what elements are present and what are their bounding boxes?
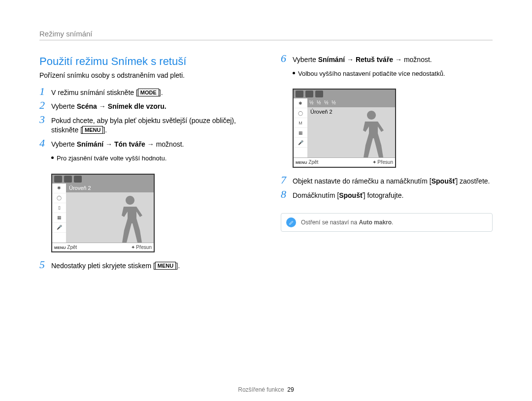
side-icon: ✱: [294, 98, 307, 108]
key-mode: MODE: [138, 89, 159, 96]
text: Vyberte: [51, 102, 77, 110]
step-number: 4: [39, 138, 47, 149]
side-icon: 🎤: [294, 138, 307, 148]
key-menu: MENU: [296, 160, 307, 165]
step-4: 4 Vyberte Snímání → Tón tváře → možnost.: [39, 139, 251, 149]
step-number: 7: [281, 175, 289, 185]
side-icon: ▯: [52, 203, 66, 213]
text-bold: Tón tváře: [114, 140, 145, 148]
step-text: Vyberte Snímání → Retuš tváře → možnost.: [293, 54, 493, 64]
text: Domáčknutím [: [293, 191, 339, 199]
text: V režimu snímání stiskněte [: [51, 89, 138, 96]
camera-body: ✱ ◯ M ▦ 🎤 ½ ½ ½ ½ Úroveň 2: [294, 98, 395, 157]
text: ] fotografujte.: [364, 191, 404, 199]
text-bold: Scéna: [77, 102, 97, 110]
note-text: Ostření se nastaví na Auto makro.: [301, 218, 393, 226]
key-menu: MENU: [155, 262, 176, 270]
key-menu: MENU: [54, 246, 66, 250]
tab-icon: [54, 176, 62, 183]
camera-footer: MENU Zpět ✦ Přesun: [52, 243, 154, 252]
divider: [39, 40, 493, 40]
section-title: Použití režimu Snímek s retuší: [39, 54, 251, 69]
fraction-bar: ½ ½ ½ ½: [307, 98, 395, 107]
foot-right: ✦ Přesun: [131, 244, 152, 251]
camera-tab-bar: [52, 175, 154, 184]
step-number: 8: [281, 189, 289, 200]
foot-left: MENU Zpět: [296, 159, 318, 166]
camera-sidebar: ✱ ◯ M ▦ 🎤: [294, 98, 307, 157]
step-number: 6: [281, 53, 289, 64]
steps-left: 1 V režimu snímání stiskněte [MODE]. 2 V…: [39, 87, 251, 271]
step-text: Vyberte Snímání → Tón tváře → možnost.: [51, 139, 251, 149]
text-bold: Snímání: [77, 140, 103, 148]
bullet-text: Pro zjasnění tváře volte vyšší hodnotu.: [57, 154, 166, 163]
step-6: 6 Vyberte Snímání → Retuš tváře → možnos…: [281, 54, 493, 64]
side-icon: ▦: [294, 128, 307, 138]
text: ].: [103, 126, 107, 134]
camera-sidebar: ✱ ◯ ▯ ▦ 🎤: [52, 184, 66, 243]
camera-view: ½ ½ ½ ½ Úroveň 2: [307, 98, 395, 157]
step-1: 1 V režimu snímání stiskněte [MODE].: [39, 87, 251, 97]
note-pencil-icon: [286, 217, 296, 227]
text-bold: Retuš tváře: [356, 56, 393, 63]
page-footer: Rozšířené funkce 29: [0, 386, 532, 393]
step-8: 8 Domáčknutím [Spoušť] fotografujte.: [281, 190, 493, 200]
text: Nedostatky pleti skryjete stiskem [: [51, 262, 155, 270]
level-band: Úroveň 2: [66, 184, 154, 193]
text: Vyberte: [51, 140, 77, 148]
text-bold: Auto makro: [359, 219, 392, 226]
side-icon: ◯: [52, 193, 66, 203]
step-number: 1: [39, 86, 47, 97]
person-silhouette-icon: [117, 196, 144, 243]
steps-right: 6 Vyberte Snímání → Retuš tváře → možnos…: [281, 54, 493, 232]
text: Přesun: [136, 245, 152, 250]
text: Zpět: [308, 159, 318, 165]
text: Pokud chcete, aby byla pleť objektu svět…: [51, 117, 236, 134]
text-bold: Spoušť: [432, 177, 456, 185]
section-subtitle: Pořízení snímku osoby s odstraněním vad …: [39, 71, 251, 80]
page-number: 29: [287, 386, 294, 393]
text: Přesun: [377, 159, 393, 165]
text: ].: [159, 89, 163, 96]
tab-icon: [64, 176, 72, 183]
tab-icon: [296, 91, 303, 97]
right-column: 6 Vyberte Snímání → Retuš tváře → možnos…: [281, 54, 493, 271]
text: ].: [176, 262, 180, 270]
bullet-dot: [293, 72, 295, 74]
left-column: Použití režimu Snímek s retuší Pořízení …: [39, 54, 251, 271]
side-icon: M: [294, 118, 307, 128]
bullet-text: Volbou vyššího nastavení potlačíte více …: [298, 69, 445, 78]
step-text: V režimu snímání stiskněte [MODE].: [51, 87, 251, 97]
text: Zpět: [67, 245, 77, 250]
text: →: [345, 56, 356, 63]
foot-left: MENU Zpět: [54, 244, 77, 251]
bullet-dot: [51, 156, 54, 159]
step-text: Objekt nastavte do rámečku a namáčknutím…: [293, 176, 493, 186]
side-icon: 🎤: [52, 223, 66, 233]
step-text: Nedostatky pleti skryjete stiskem [MENU]…: [51, 260, 251, 271]
text: Objekt nastavte do rámečku a namáčknutím…: [293, 177, 432, 185]
text: →: [103, 140, 114, 148]
side-icon: ◯: [294, 108, 307, 118]
step-5: 5 Nedostatky pleti skryjete stiskem [MEN…: [39, 260, 251, 271]
step-number: 5: [39, 259, 47, 270]
bullet: Volbou vyššího nastavení potlačíte více …: [293, 69, 493, 78]
step-7: 7 Objekt nastavte do rámečku a namáčknut…: [281, 176, 493, 186]
text-bold: Spoušť: [339, 191, 364, 199]
step-text: Pokud chcete, aby byla pleť objektu svět…: [51, 115, 251, 135]
text: → možnost.: [145, 140, 184, 148]
footer-section: Rozšířené funkce: [238, 386, 284, 393]
side-icon: ✱: [52, 184, 66, 193]
person-silhouette-icon: [358, 111, 385, 157]
step-3: 3 Pokud chcete, aby byla pleť objektu sv…: [39, 115, 251, 135]
camera-tab-bar: [294, 90, 395, 98]
note-box: Ostření se nastaví na Auto makro.: [281, 213, 493, 232]
step-text: Domáčknutím [Spoušť] fotografujte.: [293, 190, 493, 200]
text: → možnost.: [393, 56, 432, 63]
tab-icon: [74, 176, 82, 183]
camera-screenshot-2: ✱ ◯ M ▦ 🎤 ½ ½ ½ ½ Úroveň 2: [293, 89, 396, 168]
text-bold: Snímek dle vzoru.: [108, 102, 166, 110]
content-columns: Použití režimu Snímek s retuší Pořízení …: [39, 54, 493, 271]
step-text: Vyberte Scéna → Snímek dle vzoru.: [51, 101, 251, 111]
text: Ostření se nastaví na: [301, 219, 359, 226]
